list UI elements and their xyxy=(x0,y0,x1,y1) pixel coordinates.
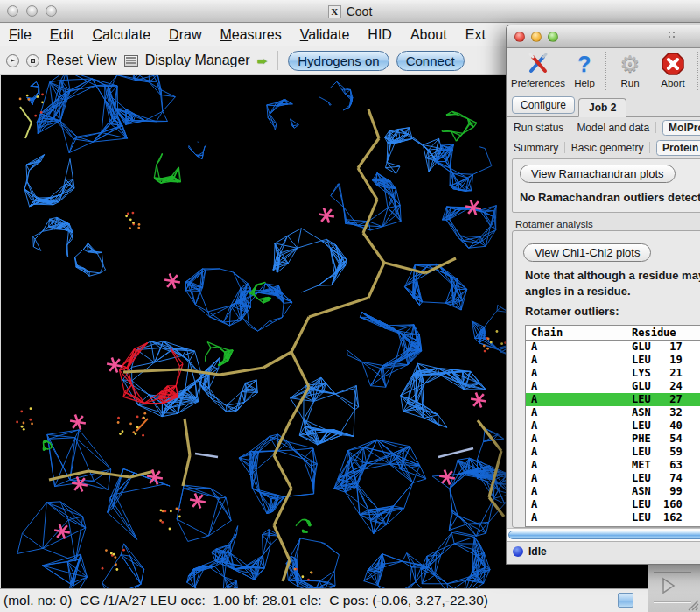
window-title: X Coot xyxy=(0,0,700,23)
tab-job-2[interactable]: Job 2 xyxy=(578,98,626,117)
help-button[interactable]: ? Help xyxy=(566,50,603,88)
coordinates-statusbar: (mol. no: 0) CG /1/A/27 LEU occ: 1.00 bf… xyxy=(0,588,700,612)
dialog-grip-icon xyxy=(668,31,676,39)
idle-status-icon xyxy=(513,546,523,557)
dialog-statusbar: Idle xyxy=(507,541,700,560)
table-row[interactable]: A PHE 54 xyxy=(526,433,700,446)
menu-item[interactable]: Measures xyxy=(220,27,281,43)
ramachandran-status-text: No Ramachandran outliers detecte xyxy=(520,191,700,204)
validation-subtab-row: Summary Basic geometry Protein Cl xyxy=(507,137,700,158)
preferences-icon xyxy=(527,50,550,78)
redo-icon[interactable] xyxy=(26,54,39,67)
tab-molprobity[interactable]: MolProbit xyxy=(662,120,700,136)
table-row[interactable]: A LEU 19 xyxy=(526,354,700,367)
menu-item[interactable]: About xyxy=(410,27,447,43)
display-manager-button[interactable]: Display Manager xyxy=(145,53,250,68)
scrollbar-thumb[interactable] xyxy=(508,531,700,539)
toolbar-separator xyxy=(606,52,606,90)
statusbar-scroll-thumb[interactable] xyxy=(618,593,634,608)
view-ramachandran-plots-button[interactable]: View Ramachandran plots xyxy=(520,165,676,183)
rotamer-outliers-label: Rotamer outliers: xyxy=(525,305,620,318)
job-subtab-row: Run status Model and data MolProbit xyxy=(507,117,700,137)
rotamer-analysis-frame: View Chi1-Chi2 plots Note that although … xyxy=(512,230,700,528)
table-row[interactable]: A LYS 21 xyxy=(526,367,700,380)
table-header-row: Chain Residue xyxy=(526,326,700,341)
dialog-horizontal-scrollbar[interactable] xyxy=(507,528,700,541)
dialog-titlebar[interactable] xyxy=(507,25,700,48)
coot-application-window: X Coot FileEditCalculateDrawMeasuresVali… xyxy=(0,0,700,612)
table-row[interactable]: A GLU 17 xyxy=(526,341,700,354)
toolbar-separator xyxy=(277,51,278,70)
table-body: A GLU 17 A LEU 19 A LYS 21 A GLU 24 xyxy=(526,341,700,527)
connect-button[interactable]: Connect xyxy=(396,51,465,71)
preferences-button[interactable]: Preferences xyxy=(510,50,566,88)
abort-icon xyxy=(661,50,685,78)
table-row[interactable]: A LEU 160 xyxy=(526,498,700,511)
tab-model-and-data[interactable]: Model and data xyxy=(577,122,649,134)
residue-column-header[interactable]: Residue xyxy=(626,326,700,340)
rotamer-analysis-label: Rotamer analysis xyxy=(515,219,700,229)
expander-triangle-icon[interactable] xyxy=(661,577,676,594)
table-row[interactable]: A ASN 32 xyxy=(526,406,700,419)
table-row[interactable]: A LEU 162 xyxy=(526,511,700,524)
toolbar-separator xyxy=(697,52,698,90)
rotamer-outliers-table: Chain Residue A GLU 17 A LEU 19 A LYS xyxy=(525,325,700,527)
table-row[interactable]: A ASN 99 xyxy=(526,485,700,498)
menu-item[interactable]: Ext xyxy=(466,27,486,43)
display-manager-icon xyxy=(124,55,138,67)
reset-view-button[interactable]: Reset View xyxy=(46,53,117,68)
table-row[interactable]: A PHE 168 xyxy=(526,524,700,527)
gear-icon: ⚙ xyxy=(620,50,640,78)
menu-item[interactable]: Edit xyxy=(50,27,74,43)
panel-divider xyxy=(654,572,691,573)
table-row[interactable]: A LEU 27 xyxy=(526,393,700,406)
dialog-minimize-button[interactable] xyxy=(531,32,542,42)
dialog-toolbar: Preferences ? Help ⚙ Run Abort xyxy=(507,48,700,95)
tab-basic-geometry[interactable]: Basic geometry xyxy=(571,142,644,154)
table-row[interactable]: A LEU 59 xyxy=(526,446,700,459)
atom-info-text: (mol. no: 0) CG /1/A/27 LEU occ: 1.00 bf… xyxy=(4,593,488,608)
table-row[interactable]: A LEU 40 xyxy=(526,419,700,433)
resize-grip-icon[interactable] xyxy=(685,597,699,611)
table-row[interactable]: A MET 63 xyxy=(526,459,700,472)
hydrogens-on-button[interactable]: Hydrogens on xyxy=(288,51,388,71)
menu-item[interactable]: Draw xyxy=(169,27,201,43)
side-panel-handle[interactable] xyxy=(648,565,700,612)
tab-protein[interactable]: Protein xyxy=(656,140,700,156)
dialog-window-buttons xyxy=(514,32,558,42)
window-titlebar[interactable]: X Coot xyxy=(0,0,700,23)
help-icon: ? xyxy=(578,50,591,78)
x11-icon: X xyxy=(328,5,341,18)
table-row[interactable]: A GLU 24 xyxy=(526,380,700,393)
tab-summary[interactable]: Summary xyxy=(514,142,558,154)
molprobity-dialog: Preferences ? Help ⚙ Run Abort xyxy=(506,25,700,565)
idle-status-text: Idle xyxy=(528,545,547,558)
menu-item[interactable]: Validate xyxy=(300,27,350,43)
run-button[interactable]: ⚙ Run xyxy=(609,50,651,88)
tab-configure[interactable]: Configure xyxy=(512,96,575,114)
menu-item[interactable]: Calculate xyxy=(92,27,150,43)
window-title-text: Coot xyxy=(346,4,373,18)
jump-arrow-icon[interactable]: ➨ xyxy=(257,54,269,67)
menu-item[interactable]: HID xyxy=(368,27,392,43)
table-row[interactable]: A LEU 74 xyxy=(526,472,700,485)
dialog-close-button[interactable] xyxy=(514,32,525,42)
menu-item[interactable]: File xyxy=(9,27,32,43)
dialog-zoom-button[interactable] xyxy=(548,32,558,42)
undo-icon[interactable] xyxy=(6,54,19,67)
job-tab-row: Configure Job 2 xyxy=(507,95,700,117)
rotamer-note-text: Note that although a residue may lie ang… xyxy=(525,268,700,299)
tab-run-status[interactable]: Run status xyxy=(514,122,564,134)
view-chi1-chi2-plots-button[interactable]: View Chi1-Chi2 plots xyxy=(523,243,651,262)
abort-button[interactable]: Abort xyxy=(651,50,695,88)
chain-column-header[interactable]: Chain xyxy=(526,326,626,340)
ramachandran-section: View Ramachandran plots No Ramachandran … xyxy=(512,158,700,213)
